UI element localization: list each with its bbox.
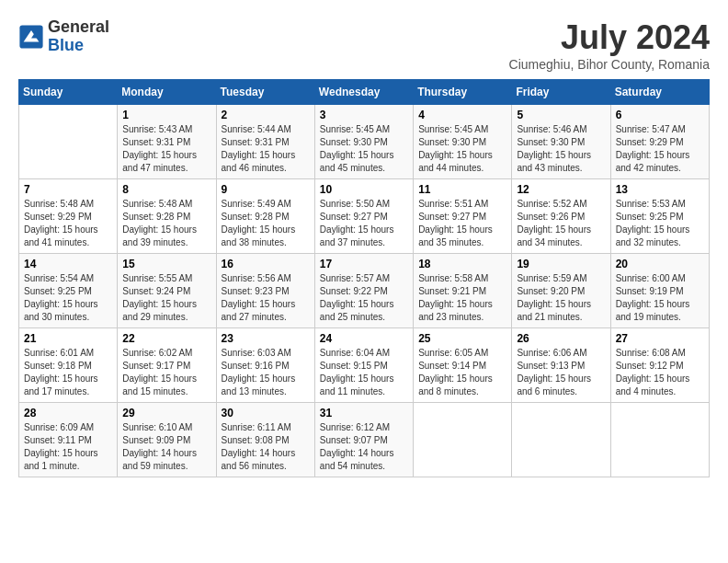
day-info: Sunrise: 5:47 AMSunset: 9:29 PMDaylight:… bbox=[616, 123, 704, 175]
day-info: Sunrise: 5:46 AMSunset: 9:30 PMDaylight:… bbox=[517, 123, 605, 175]
day-cell: 29Sunrise: 6:10 AMSunset: 9:09 PMDayligh… bbox=[118, 403, 216, 477]
page-header: General Blue July 2024 Ciumeghiu, Bihor … bbox=[18, 18, 710, 72]
day-info: Sunrise: 6:06 AMSunset: 9:13 PMDaylight:… bbox=[517, 347, 605, 398]
day-number: 13 bbox=[616, 183, 704, 196]
day-number: 2 bbox=[222, 109, 310, 121]
day-info: Sunrise: 5:52 AMSunset: 9:26 PMDaylight:… bbox=[517, 198, 605, 249]
weekday-header-wednesday: Wednesday bbox=[314, 80, 413, 105]
day-number: 15 bbox=[122, 258, 210, 270]
day-number: 11 bbox=[418, 183, 506, 196]
day-cell bbox=[610, 403, 709, 477]
day-cell: 27Sunrise: 6:08 AMSunset: 9:12 PMDayligh… bbox=[610, 328, 709, 403]
day-number: 14 bbox=[24, 258, 112, 270]
day-cell: 16Sunrise: 5:56 AMSunset: 9:23 PMDayligh… bbox=[216, 254, 314, 328]
day-number: 1 bbox=[122, 109, 210, 121]
logo: General Blue bbox=[18, 18, 109, 55]
day-cell: 15Sunrise: 5:55 AMSunset: 9:24 PMDayligh… bbox=[118, 254, 216, 328]
day-info: Sunrise: 5:45 AMSunset: 9:30 PMDaylight:… bbox=[320, 123, 408, 175]
logo-text: General Blue bbox=[48, 18, 109, 55]
day-cell: 23Sunrise: 6:03 AMSunset: 9:16 PMDayligh… bbox=[216, 328, 314, 403]
weekday-header-thursday: Thursday bbox=[414, 80, 512, 105]
day-cell: 24Sunrise: 6:04 AMSunset: 9:15 PMDayligh… bbox=[314, 328, 413, 403]
weekday-header-monday: Monday bbox=[118, 80, 216, 105]
day-cell: 25Sunrise: 6:05 AMSunset: 9:14 PMDayligh… bbox=[414, 328, 512, 403]
day-info: Sunrise: 6:10 AMSunset: 9:09 PMDaylight:… bbox=[122, 421, 210, 473]
day-info: Sunrise: 5:49 AMSunset: 9:28 PMDaylight:… bbox=[222, 198, 310, 249]
day-cell: 17Sunrise: 5:57 AMSunset: 9:22 PMDayligh… bbox=[314, 254, 413, 328]
day-info: Sunrise: 5:54 AMSunset: 9:25 PMDaylight:… bbox=[24, 272, 112, 324]
day-info: Sunrise: 6:00 AMSunset: 9:19 PMDaylight:… bbox=[616, 272, 704, 324]
day-number: 30 bbox=[222, 407, 310, 419]
calendar-table: SundayMondayTuesdayWednesdayThursdayFrid… bbox=[18, 79, 710, 477]
day-number: 16 bbox=[222, 258, 310, 270]
day-number: 28 bbox=[24, 407, 112, 419]
logo-icon bbox=[18, 24, 44, 50]
day-number: 9 bbox=[222, 183, 310, 196]
week-row-3: 14Sunrise: 5:54 AMSunset: 9:25 PMDayligh… bbox=[19, 254, 710, 328]
day-cell: 26Sunrise: 6:06 AMSunset: 9:13 PMDayligh… bbox=[512, 328, 610, 403]
day-cell: 30Sunrise: 6:11 AMSunset: 9:08 PMDayligh… bbox=[216, 403, 314, 477]
day-info: Sunrise: 5:50 AMSunset: 9:27 PMDaylight:… bbox=[320, 198, 408, 249]
day-info: Sunrise: 5:56 AMSunset: 9:23 PMDaylight:… bbox=[222, 272, 310, 324]
day-cell: 3Sunrise: 5:45 AMSunset: 9:30 PMDaylight… bbox=[314, 105, 413, 179]
day-number: 17 bbox=[320, 258, 408, 270]
day-number: 6 bbox=[616, 109, 704, 121]
day-cell: 2Sunrise: 5:44 AMSunset: 9:31 PMDaylight… bbox=[216, 105, 314, 179]
day-cell: 14Sunrise: 5:54 AMSunset: 9:25 PMDayligh… bbox=[19, 254, 118, 328]
weekday-header-row: SundayMondayTuesdayWednesdayThursdayFrid… bbox=[19, 80, 710, 105]
day-number: 29 bbox=[122, 407, 210, 419]
day-info: Sunrise: 5:45 AMSunset: 9:30 PMDaylight:… bbox=[418, 123, 506, 175]
day-cell: 11Sunrise: 5:51 AMSunset: 9:27 PMDayligh… bbox=[414, 179, 512, 254]
day-number: 18 bbox=[418, 258, 506, 270]
logo-blue: Blue bbox=[48, 37, 109, 55]
day-number: 24 bbox=[320, 332, 408, 345]
week-row-4: 21Sunrise: 6:01 AMSunset: 9:18 PMDayligh… bbox=[19, 328, 710, 403]
day-cell bbox=[19, 105, 118, 179]
day-info: Sunrise: 6:03 AMSunset: 9:16 PMDaylight:… bbox=[222, 347, 310, 398]
day-cell: 8Sunrise: 5:48 AMSunset: 9:28 PMDaylight… bbox=[118, 179, 216, 254]
day-info: Sunrise: 5:57 AMSunset: 9:22 PMDaylight:… bbox=[320, 272, 408, 324]
day-number: 19 bbox=[517, 258, 605, 270]
day-number: 8 bbox=[122, 183, 210, 196]
week-row-5: 28Sunrise: 6:09 AMSunset: 9:11 PMDayligh… bbox=[19, 403, 710, 477]
weekday-header-sunday: Sunday bbox=[19, 80, 118, 105]
day-info: Sunrise: 5:43 AMSunset: 9:31 PMDaylight:… bbox=[122, 123, 210, 175]
day-cell: 5Sunrise: 5:46 AMSunset: 9:30 PMDaylight… bbox=[512, 105, 610, 179]
day-number: 4 bbox=[418, 109, 506, 121]
day-cell: 6Sunrise: 5:47 AMSunset: 9:29 PMDaylight… bbox=[610, 105, 709, 179]
day-number: 31 bbox=[320, 407, 408, 419]
day-cell: 20Sunrise: 6:00 AMSunset: 9:19 PMDayligh… bbox=[610, 254, 709, 328]
day-info: Sunrise: 5:51 AMSunset: 9:27 PMDaylight:… bbox=[418, 198, 506, 249]
day-number: 12 bbox=[517, 183, 605, 196]
week-row-2: 7Sunrise: 5:48 AMSunset: 9:29 PMDaylight… bbox=[19, 179, 710, 254]
day-cell: 12Sunrise: 5:52 AMSunset: 9:26 PMDayligh… bbox=[512, 179, 610, 254]
week-row-1: 1Sunrise: 5:43 AMSunset: 9:31 PMDaylight… bbox=[19, 105, 710, 179]
day-number: 22 bbox=[122, 332, 210, 345]
day-info: Sunrise: 5:58 AMSunset: 9:21 PMDaylight:… bbox=[418, 272, 506, 324]
day-number: 5 bbox=[517, 109, 605, 121]
day-number: 27 bbox=[616, 332, 704, 345]
location-subtitle: Ciumeghiu, Bihor County, Romania bbox=[509, 57, 710, 72]
day-info: Sunrise: 6:11 AMSunset: 9:08 PMDaylight:… bbox=[222, 421, 310, 473]
day-info: Sunrise: 5:44 AMSunset: 9:31 PMDaylight:… bbox=[222, 123, 310, 175]
day-info: Sunrise: 5:48 AMSunset: 9:29 PMDaylight:… bbox=[24, 198, 112, 249]
day-number: 26 bbox=[517, 332, 605, 345]
day-cell: 9Sunrise: 5:49 AMSunset: 9:28 PMDaylight… bbox=[216, 179, 314, 254]
day-number: 25 bbox=[418, 332, 506, 345]
day-number: 10 bbox=[320, 183, 408, 196]
day-info: Sunrise: 6:05 AMSunset: 9:14 PMDaylight:… bbox=[418, 347, 506, 398]
day-cell: 28Sunrise: 6:09 AMSunset: 9:11 PMDayligh… bbox=[19, 403, 118, 477]
day-info: Sunrise: 6:02 AMSunset: 9:17 PMDaylight:… bbox=[122, 347, 210, 398]
day-cell: 19Sunrise: 5:59 AMSunset: 9:20 PMDayligh… bbox=[512, 254, 610, 328]
day-info: Sunrise: 6:04 AMSunset: 9:15 PMDaylight:… bbox=[320, 347, 408, 398]
day-cell: 31Sunrise: 6:12 AMSunset: 9:07 PMDayligh… bbox=[314, 403, 413, 477]
day-cell: 22Sunrise: 6:02 AMSunset: 9:17 PMDayligh… bbox=[118, 328, 216, 403]
day-info: Sunrise: 5:55 AMSunset: 9:24 PMDaylight:… bbox=[122, 272, 210, 324]
day-info: Sunrise: 5:53 AMSunset: 9:25 PMDaylight:… bbox=[616, 198, 704, 249]
day-cell: 4Sunrise: 5:45 AMSunset: 9:30 PMDaylight… bbox=[414, 105, 512, 179]
day-number: 20 bbox=[616, 258, 704, 270]
day-cell: 7Sunrise: 5:48 AMSunset: 9:29 PMDaylight… bbox=[19, 179, 118, 254]
day-cell: 1Sunrise: 5:43 AMSunset: 9:31 PMDaylight… bbox=[118, 105, 216, 179]
day-info: Sunrise: 5:59 AMSunset: 9:20 PMDaylight:… bbox=[517, 272, 605, 324]
day-cell: 18Sunrise: 5:58 AMSunset: 9:21 PMDayligh… bbox=[414, 254, 512, 328]
